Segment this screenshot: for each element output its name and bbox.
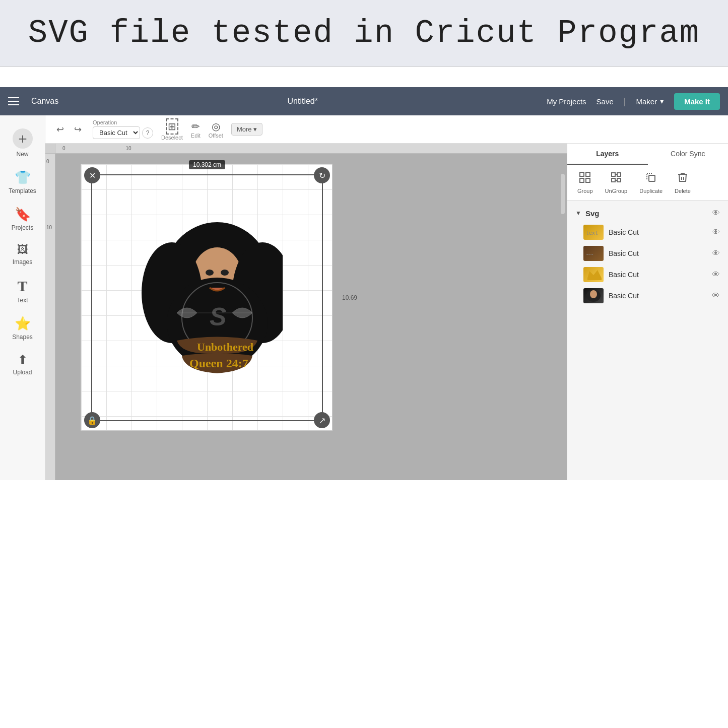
group-button[interactable]: Group [573, 169, 597, 196]
svg-point-8 [206, 270, 214, 276]
undo-redo-group: ↩ ↪ [53, 122, 85, 137]
deselect-button[interactable]: ⊞ Deselect [161, 118, 183, 141]
maker-label: Maker [636, 97, 657, 106]
sidebar-item-images[interactable]: 🖼 Images [3, 238, 43, 271]
dimension-right-label: 10.69 [342, 294, 357, 301]
duplicate-button[interactable]: Duplicate [635, 169, 667, 196]
layer-name-1: Basic Cut [609, 249, 707, 257]
layer-name-2: Basic Cut [609, 271, 707, 279]
edit-label: Edit [191, 133, 201, 139]
layer-item-1[interactable]: ~~~ Basic Cut 👁 [567, 243, 728, 264]
layer-name-3: Basic Cut [609, 292, 707, 300]
images-icon: 🖼 [17, 243, 28, 256]
sidebar-label-projects: Projects [12, 224, 33, 231]
panel-tabs: Layers Color Sync [567, 144, 728, 165]
svg-text:~~~: ~~~ [586, 252, 593, 257]
offset-button[interactable]: ◎ Offset [209, 120, 223, 139]
shapes-icon: ⭐ [15, 316, 31, 332]
queen-text: Queen 24:7 [182, 353, 252, 373]
layer-group-header[interactable]: ▼ Svg 👁 [567, 205, 728, 222]
duplicate-icon [645, 171, 657, 186]
sidebar-label-templates: Templates [9, 187, 36, 194]
offset-label: Offset [209, 133, 223, 139]
svg-rect-29 [587, 278, 602, 280]
sidebar-item-text[interactable]: T Text [3, 273, 43, 309]
svg-rect-17 [580, 178, 584, 182]
tab-layers[interactable]: Layers [567, 144, 648, 165]
operation-help-button[interactable]: ? [142, 127, 153, 139]
sidebar-label-new: New [16, 151, 28, 158]
redo-button[interactable]: ↪ [71, 122, 85, 137]
navbar-right: My Projects Save | Maker ▾ Make It [547, 93, 720, 110]
svg-marker-28 [587, 270, 602, 278]
layer-list: ▼ Svg 👁 text Basic Cut [567, 201, 728, 480]
operation-section: Operation Basic Cut ? [93, 119, 153, 139]
sidebar-item-shapes[interactable]: ⭐ Shapes [3, 311, 43, 346]
artwork-svg: S [131, 212, 283, 383]
templates-icon: 👕 [15, 170, 31, 185]
canvas-area: ↩ ↪ Operation Basic Cut ? ⊞ Deselect [45, 115, 728, 480]
edit-icon: ✏ [191, 120, 200, 133]
layer-visibility-0[interactable]: 👁 [712, 228, 720, 237]
svg-rect-21 [612, 178, 615, 182]
svg-rect-25 [649, 175, 655, 181]
ruler-left: 0 10 [45, 154, 55, 480]
sidebar-item-upload[interactable]: ⬆ Upload [3, 348, 43, 381]
plus-icon: ＋ [13, 128, 33, 149]
make-it-button[interactable]: Make It [674, 93, 720, 110]
unbothered-text: Unbothered [177, 337, 257, 354]
group-label: Group [577, 188, 593, 194]
offset-icon: ◎ [212, 120, 220, 133]
canvas-white[interactable]: 10.302 cm 10.69 ✕ ↻ 🔒 ↗ [81, 164, 333, 431]
canvas-background[interactable]: 10.302 cm 10.69 ✕ ↻ 🔒 ↗ [55, 154, 567, 480]
layer-item-0[interactable]: text Basic Cut 👁 [567, 222, 728, 243]
svg-rect-16 [586, 172, 590, 176]
operation-select-row: Basic Cut ? [93, 126, 153, 139]
canvas-label: Canvas [31, 97, 58, 106]
my-projects-link[interactable]: My Projects [547, 97, 586, 106]
maker-dropdown[interactable]: Maker ▾ [636, 97, 664, 106]
tab-color-sync[interactable]: Color Sync [648, 144, 729, 165]
artwork-container: S [92, 175, 322, 420]
save-link[interactable]: Save [597, 97, 614, 106]
document-title: Untitled* [71, 97, 535, 106]
ungroup-button[interactable]: UnGroup [601, 169, 632, 196]
layer-visibility-2[interactable]: 👁 [712, 270, 720, 279]
layer-thumb-2 [583, 267, 604, 282]
app-wrapper: Canvas Untitled* My Projects Save | Make… [0, 87, 728, 480]
svg-rect-19 [612, 173, 615, 176]
layer-item-2[interactable]: Basic Cut 👁 [567, 264, 728, 285]
hamburger-menu[interactable] [8, 97, 19, 105]
upload-icon: ⬆ [18, 353, 28, 367]
sidebar-label-images: Images [13, 258, 32, 266]
scroll-bar[interactable] [561, 174, 565, 214]
canvas-container: 0 10 0 10 [45, 144, 728, 480]
sidebar-label-text: Text [17, 297, 28, 304]
more-button[interactable]: More ▾ [231, 123, 262, 136]
operation-select[interactable]: Basic Cut [93, 126, 140, 139]
sidebar-item-templates[interactable]: 👕 Templates [3, 165, 43, 200]
layer-item-3[interactable]: Basic Cut 👁 [567, 285, 728, 306]
sidebar-label-shapes: Shapes [12, 334, 33, 341]
design-element[interactable]: 10.302 cm 10.69 ✕ ↻ 🔒 ↗ [91, 174, 323, 421]
toolbar: ↩ ↪ Operation Basic Cut ? ⊞ Deselect [45, 115, 728, 144]
undo-button[interactable]: ↩ [53, 122, 67, 137]
delete-label: Delete [675, 188, 691, 194]
dimension-top-label: 10.302 cm [189, 160, 225, 169]
top-banner: SVG file tested in Cricut Program [0, 0, 728, 67]
right-panel: Layers Color Sync [567, 144, 728, 480]
panel-toolbar: Group [567, 165, 728, 201]
group-icon [579, 171, 591, 186]
layer-thumb-1: ~~~ [583, 246, 604, 261]
navbar-sep: | [624, 96, 626, 107]
sidebar-item-projects[interactable]: 🔖 Projects [3, 202, 43, 236]
ruler-corner [45, 144, 55, 154]
canvas-with-ruler: 0 10 0 10 [45, 144, 567, 480]
ruler-top-numbers: 0 10 [57, 146, 131, 151]
sidebar-item-new[interactable]: ＋ New [3, 123, 43, 163]
group-visibility-icon[interactable]: 👁 [712, 209, 720, 218]
layer-visibility-1[interactable]: 👁 [712, 249, 720, 258]
delete-button[interactable]: Delete [671, 169, 695, 196]
layer-visibility-3[interactable]: 👁 [712, 291, 720, 300]
edit-button[interactable]: ✏ Edit [191, 120, 201, 139]
